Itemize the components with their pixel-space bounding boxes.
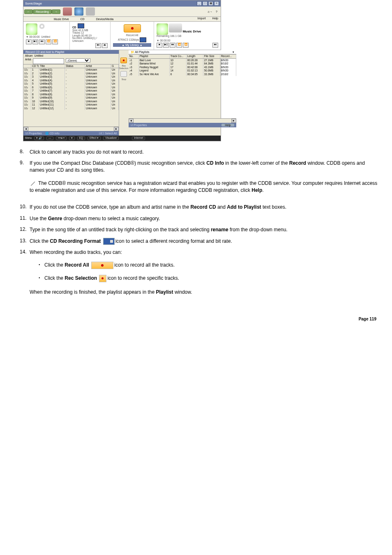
format-icon[interactable] [140,37,146,42]
tab-cd[interactable]: CD [75,17,90,21]
rec-stop-label: Stop [122,78,126,81]
maximize-icon[interactable]: ▣ [208,1,213,6]
table-row[interactable]: ♪2Banana Wind1201:01:4464.3MB8/10/2 [129,62,236,66]
hscroll-left[interactable]: ◄ [23,127,28,131]
bc-mute[interactable]: — [46,136,53,140]
rhscroll-left[interactable]: ◄ [129,119,134,123]
bc-dropdown[interactable]: ▾ [69,136,75,140]
hscroll-right[interactable]: ► [114,127,119,131]
table-row[interactable]: ♪1Bad Love1000:26:2827.1MB8/9/20 [129,59,236,62]
table-row[interactable]: ♪3Feelkey Nugget1700:42:0843.1MB8/9/20 [129,66,236,69]
tab-help[interactable]: Help [212,17,218,21]
mylib-label[interactable]: My Library [125,44,139,46]
step-8-num: 8. [20,149,30,156]
rcol-length[interactable]: Length [187,55,203,58]
table-row[interactable]: ♪5So Here We Are600:34:0533.3MB2/10/2 [129,73,236,76]
next-btn[interactable]: ⏭ [95,43,101,48]
table-row[interactable]: ☑♪8Untitled(8)-UnknownUn [23,93,119,97]
d-ffw-btn[interactable]: ⏩ [183,43,189,48]
rhscroll-right[interactable]: ► [231,119,236,123]
record-all-button[interactable] [124,24,141,32]
nav-transfer-icon[interactable]: ♫→ [208,10,212,13]
table-row[interactable]: ☑♪11Untitled(11)-UnknownUn [23,103,119,107]
ft-props[interactable]: ☑ Properties [25,132,42,135]
bc-slider[interactable]: ━━●━ [56,136,67,140]
drive-time: 00:00:00 [160,39,170,42]
bc-menu[interactable]: Menu [25,137,32,140]
page-number: Page 119 [20,317,380,321]
bc-vol[interactable]: ▾ 🔊 [34,136,44,140]
source-tabs: Music Drive CD Device/Media Import Help [23,17,221,22]
drive-art-icon [157,23,168,35]
rcol-record[interactable]: Record... [220,55,236,58]
rcol-trackcount[interactable]: Track Co... [170,55,187,58]
tab-music-drive[interactable]: Music Drive [48,17,75,21]
cd-recording-format-icon[interactable] [78,23,84,28]
col-g[interactable]: G [111,64,119,68]
ft-selectall[interactable]: ☑☐ Select All [99,132,117,135]
track-list: ☑♪1Untitled(1)-UnknownUn☑♪2Untitled(2)-U… [23,68,119,110]
step-10-num: 10. [20,204,30,211]
rft-help[interactable]: Help [221,124,234,127]
nav-icon-1[interactable] [63,7,72,16]
d-next-btn[interactable]: ⏭ [212,43,218,48]
bc-internet[interactable]: Internet [132,136,145,140]
close-icon[interactable]: × [214,1,219,6]
nav-forward[interactable]: → [52,9,60,14]
table-row[interactable]: ☑♪3Untitled(3)-UnknownUn [23,75,119,79]
col-status[interactable]: Status [65,64,85,68]
d-play-btn[interactable]: ▶|| [163,43,169,48]
ft-cdinfo[interactable]: 🌐 CD Info [45,132,60,135]
d-rew-btn[interactable]: ⏪ [176,43,182,48]
rec-selection-button[interactable] [120,58,127,63]
d-prev-btn[interactable]: ⏮ [170,43,175,48]
genre-select[interactable]: (Genre) [66,58,90,62]
step-11: Use the Genre drop-down menu to select a… [30,215,380,222]
nav-back[interactable]: ← [24,9,33,14]
rcol-no[interactable]: No. [129,55,139,58]
restore-icon[interactable]: □ [203,1,208,6]
bc-visualizer[interactable]: Visualizer [103,136,119,140]
bc-eq[interactable]: EQ [77,136,85,140]
col-title[interactable]: Title [39,64,65,68]
nav-icon-note[interactable] [86,7,95,16]
table-row[interactable]: ♪4Legend1401:02:1350.0MB8/9/20 [129,69,236,73]
table-row[interactable]: ☑♪1Untitled(1)-UnknownUn [23,68,119,72]
right-header[interactable]: All Playlists [135,51,149,53]
ffw-btn[interactable]: ⏩ [52,39,58,44]
step-11-num: 11. [20,215,30,222]
rft-props[interactable]: ☑ Properties [131,124,147,127]
step-12: Type in the song title of an untitled tr… [30,226,380,233]
left-header: Record CD and Add to Playlist [23,50,119,54]
nav-help-icon[interactable]: ? [216,10,217,13]
table-row[interactable]: ☑♪5Untitled(5)-UnknownUn [23,82,119,86]
nav-recording[interactable]: Recording [33,9,52,14]
tab-import[interactable]: Import [198,17,206,21]
minimize-icon[interactable]: _ [197,1,202,6]
table-row[interactable]: ☑♪10Untitled(10)-UnknownUn [23,100,119,104]
rcol-filesize[interactable]: File Size [203,55,220,58]
d-stop-btn[interactable]: ■ [157,43,162,48]
nav-icon-globe[interactable] [74,7,83,16]
table-row[interactable]: ☑♪12Untitled(12)-UnknownUn [23,107,119,111]
table-row[interactable]: ☑♪4Untitled(4)-UnknownUn [23,79,119,83]
tab-device[interactable]: Device/Media [90,17,119,21]
table-row[interactable]: ☑♪9Untitled(9)-UnknownUn [23,96,119,100]
cd-time: 00:00:00 [29,35,39,38]
stop-btn[interactable]: ■ [26,39,32,44]
table-row[interactable]: ☑♪7Untitled(7)-UnknownUn [23,89,119,93]
rec-stop-button[interactable] [120,71,127,77]
rew-btn[interactable]: ⏪ [46,39,51,44]
eject-btn[interactable]: ⏏ [102,43,108,48]
step-14b: Click the Rec Selection icon to record t… [39,275,380,282]
artist-input[interactable] [33,58,64,64]
play-btn[interactable]: ▶|| [32,39,38,44]
table-row[interactable]: ☑♪2Untitled(2)-UnknownUn [23,72,119,76]
prev-btn[interactable]: ⏮ [39,39,45,44]
col-artist[interactable]: Artist [85,64,111,68]
table-row[interactable]: ☑♪6Untitled(6)-UnknownUn [23,86,119,90]
bc-effect[interactable]: Effect ▾ [88,136,101,140]
rcol-playlist[interactable]: Playlist [139,55,170,58]
col-trackno[interactable]: CD Track # [31,64,39,68]
step-10: If you do not use the CDDB service, type… [30,204,380,211]
